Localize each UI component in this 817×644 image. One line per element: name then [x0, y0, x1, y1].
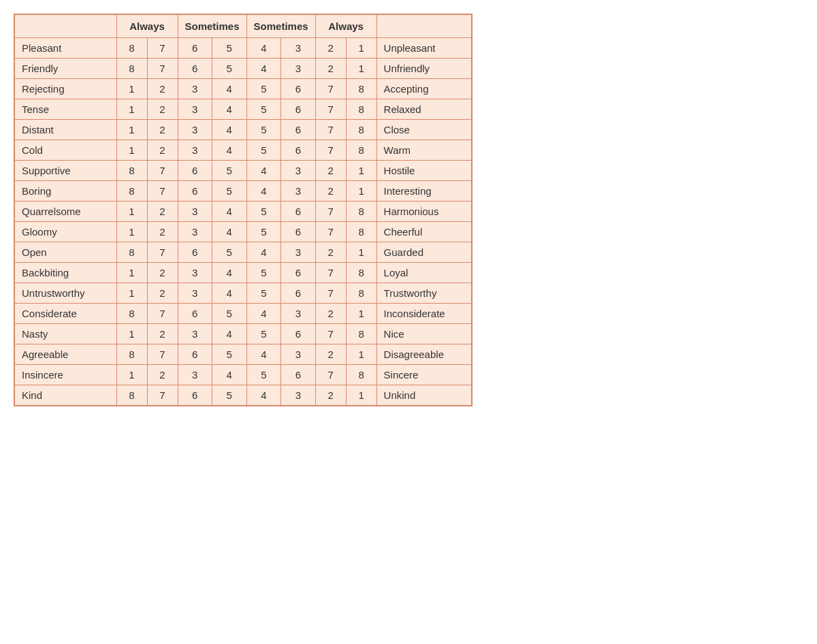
num-cell[interactable]: 2 [315, 242, 346, 263]
num-cell[interactable]: 3 [178, 99, 212, 120]
num-cell[interactable]: 6 [178, 59, 212, 79]
num-cell[interactable]: 7 [315, 365, 346, 385]
num-cell[interactable]: 5 [246, 140, 281, 161]
num-cell[interactable]: 3 [178, 120, 212, 140]
num-cell[interactable]: 1 [346, 242, 377, 263]
num-cell[interactable]: 3 [178, 263, 212, 283]
num-cell[interactable]: 7 [147, 344, 178, 365]
num-cell[interactable]: 1 [116, 202, 147, 222]
num-cell[interactable]: 2 [147, 99, 178, 120]
num-cell[interactable]: 1 [116, 79, 147, 99]
num-cell[interactable]: 5 [246, 202, 281, 222]
num-cell[interactable]: 7 [315, 79, 346, 99]
num-cell[interactable]: 1 [116, 263, 147, 283]
num-cell[interactable]: 3 [281, 181, 316, 202]
num-cell[interactable]: 7 [315, 202, 346, 222]
num-cell[interactable]: 8 [116, 59, 147, 79]
num-cell[interactable]: 6 [178, 38, 212, 59]
num-cell[interactable]: 2 [147, 120, 178, 140]
num-cell[interactable]: 8 [346, 99, 377, 120]
num-cell[interactable]: 6 [281, 120, 316, 140]
num-cell[interactable]: 4 [212, 120, 247, 140]
num-cell[interactable]: 6 [281, 324, 316, 344]
num-cell[interactable]: 7 [315, 263, 346, 283]
num-cell[interactable]: 5 [212, 38, 247, 59]
num-cell[interactable]: 1 [116, 99, 147, 120]
num-cell[interactable]: 4 [246, 344, 281, 365]
num-cell[interactable]: 4 [212, 365, 247, 385]
num-cell[interactable]: 8 [346, 263, 377, 283]
num-cell[interactable]: 5 [246, 283, 281, 304]
num-cell[interactable]: 6 [178, 181, 212, 202]
num-cell[interactable]: 6 [281, 365, 316, 385]
num-cell[interactable]: 1 [116, 283, 147, 304]
num-cell[interactable]: 5 [212, 344, 247, 365]
num-cell[interactable]: 5 [246, 365, 281, 385]
num-cell[interactable]: 3 [281, 344, 316, 365]
num-cell[interactable]: 8 [116, 161, 147, 181]
num-cell[interactable]: 4 [246, 59, 281, 79]
num-cell[interactable]: 2 [147, 140, 178, 161]
num-cell[interactable]: 8 [346, 324, 377, 344]
num-cell[interactable]: 7 [315, 120, 346, 140]
num-cell[interactable]: 4 [212, 263, 247, 283]
num-cell[interactable]: 7 [315, 99, 346, 120]
num-cell[interactable]: 5 [246, 222, 281, 242]
num-cell[interactable]: 5 [212, 181, 247, 202]
num-cell[interactable]: 7 [147, 385, 178, 406]
num-cell[interactable]: 2 [315, 161, 346, 181]
num-cell[interactable]: 5 [212, 385, 247, 406]
num-cell[interactable]: 2 [147, 283, 178, 304]
num-cell[interactable]: 3 [178, 79, 212, 99]
num-cell[interactable]: 1 [346, 59, 377, 79]
num-cell[interactable]: 5 [246, 79, 281, 99]
num-cell[interactable]: 7 [315, 283, 346, 304]
num-cell[interactable]: 3 [178, 202, 212, 222]
num-cell[interactable]: 1 [346, 304, 377, 324]
num-cell[interactable]: 8 [116, 181, 147, 202]
num-cell[interactable]: 4 [212, 202, 247, 222]
num-cell[interactable]: 7 [147, 38, 178, 59]
num-cell[interactable]: 2 [147, 222, 178, 242]
num-cell[interactable]: 7 [147, 304, 178, 324]
num-cell[interactable]: 8 [116, 38, 147, 59]
num-cell[interactable]: 2 [315, 181, 346, 202]
num-cell[interactable]: 6 [178, 161, 212, 181]
num-cell[interactable]: 4 [246, 385, 281, 406]
num-cell[interactable]: 1 [116, 140, 147, 161]
num-cell[interactable]: 7 [147, 59, 178, 79]
num-cell[interactable]: 3 [281, 242, 316, 263]
num-cell[interactable]: 6 [281, 99, 316, 120]
num-cell[interactable]: 6 [281, 140, 316, 161]
num-cell[interactable]: 1 [116, 120, 147, 140]
num-cell[interactable]: 1 [346, 385, 377, 406]
num-cell[interactable]: 2 [315, 344, 346, 365]
num-cell[interactable]: 2 [315, 38, 346, 59]
num-cell[interactable]: 5 [246, 263, 281, 283]
num-cell[interactable]: 7 [315, 324, 346, 344]
num-cell[interactable]: 4 [212, 222, 247, 242]
num-cell[interactable]: 4 [212, 79, 247, 99]
num-cell[interactable]: 4 [246, 181, 281, 202]
num-cell[interactable]: 5 [246, 99, 281, 120]
num-cell[interactable]: 5 [212, 242, 247, 263]
num-cell[interactable]: 1 [346, 161, 377, 181]
num-cell[interactable]: 3 [281, 304, 316, 324]
num-cell[interactable]: 8 [346, 140, 377, 161]
num-cell[interactable]: 6 [178, 344, 212, 365]
num-cell[interactable]: 4 [212, 283, 247, 304]
num-cell[interactable]: 3 [281, 59, 316, 79]
num-cell[interactable]: 3 [178, 140, 212, 161]
num-cell[interactable]: 1 [346, 181, 377, 202]
num-cell[interactable]: 6 [281, 202, 316, 222]
num-cell[interactable]: 3 [178, 365, 212, 385]
num-cell[interactable]: 6 [281, 263, 316, 283]
num-cell[interactable]: 2 [147, 263, 178, 283]
num-cell[interactable]: 8 [346, 202, 377, 222]
num-cell[interactable]: 1 [346, 38, 377, 59]
num-cell[interactable]: 3 [281, 385, 316, 406]
num-cell[interactable]: 4 [246, 161, 281, 181]
num-cell[interactable]: 5 [212, 161, 247, 181]
num-cell[interactable]: 8 [346, 120, 377, 140]
num-cell[interactable]: 4 [212, 99, 247, 120]
